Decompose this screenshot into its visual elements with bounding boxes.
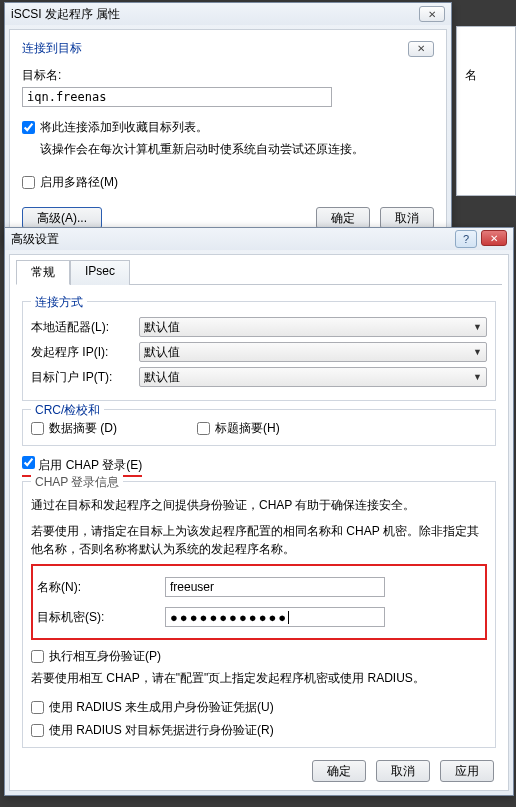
tab-bar: 常规 IPsec (16, 259, 502, 285)
chap-name-label: 名称(N): (37, 579, 157, 596)
mutual-note: 若要使用相互 CHAP，请在"配置"页上指定发起程序机密或使用 RADIUS。 (31, 669, 487, 687)
target-name-label: 目标名: (22, 67, 434, 84)
password-mask: ●●●●●●●●●●●● (170, 610, 288, 625)
initiator-ip-combo[interactable]: 默认值 ▼ (139, 342, 487, 362)
mutual-auth-checkbox[interactable] (31, 650, 44, 663)
favorite-label: 将此连接添加到收藏目标列表。 (40, 119, 208, 136)
advanced-settings-dialog: 高级设置 ? ✕ 常规 IPsec 连接方式 本地适配器(L): 默认值 ▼ (4, 227, 514, 796)
local-adapter-value: 默认值 (144, 319, 180, 336)
tab-general[interactable]: 常规 (16, 260, 70, 285)
iscsi-properties-dialog: iSCSI 发起程序 属性 ✕ 连接到目标 ✕ 目标名: 将此连接添加到收藏目标… (4, 2, 452, 245)
local-adapter-label: 本地适配器(L): (31, 319, 131, 336)
chap-label: 启用 CHAP 登录(E) (38, 458, 142, 472)
close-icon-2[interactable]: ✕ (481, 230, 507, 246)
multipath-label: 启用多路径(M) (40, 174, 118, 191)
chap-group-title: CHAP 登录信息 (31, 474, 123, 491)
target-portal-label: 目标门户 IP(T): (31, 369, 131, 386)
target-portal-value: 默认值 (144, 369, 180, 386)
chap-secret-label: 目标机密(S): (37, 609, 157, 626)
crc-group-title: CRC/检校和 (31, 402, 104, 419)
cancel-button-1[interactable]: 取消 (380, 207, 434, 229)
connect-panel-title: 连接到目标 (22, 40, 82, 57)
chevron-down-icon: ▼ (473, 347, 482, 357)
connect-group-title: 连接方式 (31, 294, 87, 311)
radius-target-checkbox[interactable] (31, 724, 44, 737)
data-digest-label: 数据摘要 (D) (49, 420, 117, 437)
chap-note-2: 若要使用，请指定在目标上为该发起程序配置的相同名称和 CHAP 机密。除非指定其… (31, 522, 487, 558)
tab-ipsec[interactable]: IPsec (70, 260, 130, 285)
chap-checkbox[interactable] (22, 456, 35, 469)
chevron-down-icon: ▼ (473, 322, 482, 332)
chap-name-input[interactable] (165, 577, 385, 597)
close-icon[interactable]: ✕ (419, 6, 445, 22)
chap-secret-input[interactable]: ●●●●●●●●●●●● (165, 607, 385, 627)
initiator-ip-label: 发起程序 IP(I): (31, 344, 131, 361)
chevron-down-icon: ▼ (473, 372, 482, 382)
target-portal-combo[interactable]: 默认值 ▼ (139, 367, 487, 387)
initiator-ip-value: 默认值 (144, 344, 180, 361)
advanced-button[interactable]: 高级(A)... (22, 207, 102, 229)
dialog2-title: 高级设置 (11, 231, 59, 248)
ok-button-2[interactable]: 确定 (312, 760, 366, 782)
target-name-input[interactable] (22, 87, 332, 107)
cancel-button-2[interactable]: 取消 (376, 760, 430, 782)
panel-close-icon[interactable]: ✕ (408, 41, 434, 57)
titlebar-1: iSCSI 发起程序 属性 ✕ (5, 3, 451, 25)
help-icon[interactable]: ? (455, 230, 477, 248)
header-digest-checkbox[interactable] (197, 422, 210, 435)
radius-user-checkbox[interactable] (31, 701, 44, 714)
bg-label: 名 (457, 27, 515, 84)
dialog1-title: iSCSI 发起程序 属性 (11, 6, 120, 23)
chap-note-1: 通过在目标和发起程序之间提供身份验证，CHAP 有助于确保连接安全。 (31, 496, 487, 514)
radius-target-label: 使用 RADIUS 对目标凭据进行身份验证(R) (49, 722, 274, 739)
mutual-auth-label: 执行相互身份验证(P) (49, 648, 161, 665)
favorite-checkbox[interactable] (22, 121, 35, 134)
apply-button[interactable]: 应用 (440, 760, 494, 782)
titlebar-2: 高级设置 ? ✕ (5, 228, 513, 250)
radius-user-label: 使用 RADIUS 来生成用户身份验证凭据(U) (49, 699, 274, 716)
header-digest-label: 标题摘要(H) (215, 420, 280, 437)
data-digest-checkbox[interactable] (31, 422, 44, 435)
multipath-checkbox[interactable] (22, 176, 35, 189)
local-adapter-combo[interactable]: 默认值 ▼ (139, 317, 487, 337)
ok-button-1[interactable]: 确定 (316, 207, 370, 229)
favorite-note: 该操作会在每次计算机重新启动时使系统自动尝试还原连接。 (40, 140, 434, 158)
